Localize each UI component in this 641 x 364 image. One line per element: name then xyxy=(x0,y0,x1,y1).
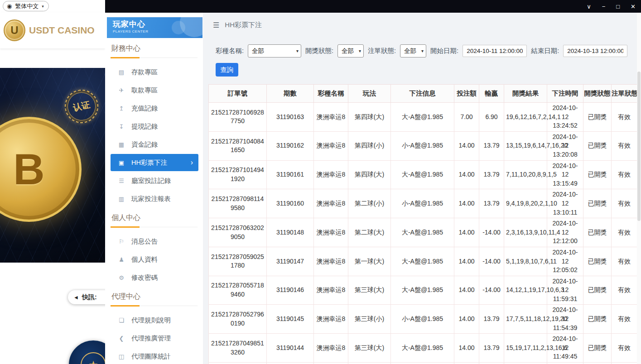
menu-toggle-icon[interactable]: ☰ xyxy=(213,21,219,29)
sidebar-item-profile[interactable]: ♟個人資料 xyxy=(111,251,198,268)
search-button[interactable]: 查詢 xyxy=(216,63,238,77)
window-minimize-button[interactable]: − xyxy=(602,4,606,10)
sidebar-item-hh-lottery-bets[interactable]: ▣HH彩票下注› xyxy=(111,154,198,171)
cell-bet-time: 2024-10-12 11:44:32 xyxy=(547,363,583,364)
table-row[interactable]: 215217287059025178031190147澳洲幸运8第一球(大)大-… xyxy=(209,247,637,276)
section-title: 個人中心 xyxy=(111,213,198,227)
brand-coin-letter: U xyxy=(10,24,18,37)
col-header-win-loss: 輸贏 xyxy=(479,85,504,103)
sidebar-item-withdraw-records[interactable]: ↧提現記錄 xyxy=(111,118,198,135)
table-row[interactable]: 215217287055718946031190146澳洲幸运8第三球(大)大-… xyxy=(209,276,637,305)
sidebar-nav: 財務中心▤存款專區✈取款專區↥充值記錄↧提現記錄▦資金記錄▣HH彩票下注›☰廳室… xyxy=(105,44,203,364)
table-row[interactable]: 215217287046720736031190143澳洲幸运8第三球(小)小-… xyxy=(209,363,637,364)
sidebar-item-label: 代理團隊統計 xyxy=(131,352,171,361)
user-icon: ♟ xyxy=(118,256,125,263)
table-row[interactable]: 215217287052796019031190145澳洲幸运8第三球(小)小-… xyxy=(209,305,637,334)
service-emblem-icon: ★ xyxy=(81,352,106,364)
cell-period: 31190161 xyxy=(267,160,314,189)
table-row[interactable]: 215217287098114958031190160澳洲幸运8第二球(小)小-… xyxy=(209,189,637,218)
start-date-input[interactable] xyxy=(463,45,527,57)
cell-draw-result: 17,7,5,11,18,12,19,20 xyxy=(504,305,547,334)
sidebar-item-room-bet-records[interactable]: ☰廳室投註記錄 xyxy=(111,172,198,189)
brand-logo[interactable]: U USDT CASINO xyxy=(0,12,105,48)
sidebar-item-agent-promotion[interactable]: ❮代理推廣管理 xyxy=(111,330,198,347)
col-header-draw-result: 開獎結果 xyxy=(504,85,547,103)
window-collapse-button[interactable]: ∨ xyxy=(587,4,591,10)
sidebar-item-agent-team-stats[interactable]: ◫代理團隊統計 xyxy=(111,348,198,364)
cell-draw-status: 已開獎 xyxy=(583,189,612,218)
cell-period: 31190144 xyxy=(267,334,314,363)
sidebar-item-label: 代理規則說明 xyxy=(131,316,171,325)
cell-order-no: 2152172870498513260 xyxy=(209,334,267,363)
bets-table-wrap: 訂單號期數彩種名稱玩法下注信息投注額輸贏開獎結果下注時間開獎狀態注單狀態2152… xyxy=(208,84,637,364)
bitcoin-symbol: B xyxy=(13,144,44,194)
cell-lottery-name: 澳洲幸运8 xyxy=(314,363,348,364)
cell-draw-result: 14,12,1,19,17,10,6,3 xyxy=(504,276,547,305)
content-header: ☰ HH彩票下注 xyxy=(203,13,641,37)
cell-draw-result: 19,6,12,16,7,2,14,1 xyxy=(504,103,547,132)
cell-order-no: 2152172870981149580 xyxy=(209,189,267,218)
cell-bet-amount: 14.00 xyxy=(454,305,479,334)
recharge-records-icon: ↥ xyxy=(118,105,125,112)
cell-order-status: 有效 xyxy=(612,131,637,160)
cell-draw-status: 已開獎 xyxy=(583,218,612,247)
window-maximize-button[interactable]: □ xyxy=(616,4,620,10)
end-date-input[interactable] xyxy=(563,45,627,57)
cell-win-loss: -14.00 xyxy=(479,276,504,305)
scrollbar-thumb[interactable] xyxy=(637,72,641,221)
vertical-scrollbar[interactable] xyxy=(637,13,641,364)
gear-icon: ⚙ xyxy=(118,274,125,281)
sidebar-item-messages[interactable]: ⚐消息公告 xyxy=(111,233,198,250)
window-close-button[interactable]: ✕ xyxy=(631,4,636,10)
sidebar-item-label: 廳室投註記錄 xyxy=(131,177,171,185)
cell-bet-amount: 14.00 xyxy=(454,131,479,160)
window-controls: ∨ − □ ✕ xyxy=(587,0,636,13)
table-row[interactable]: 215217287104084165031190162澳洲幸运8第四球(小)小-… xyxy=(209,131,637,160)
table-row[interactable]: 215217287049851326031190144澳洲幸运8第三球(大)大-… xyxy=(209,334,637,363)
sidebar-item-label: 修改密碼 xyxy=(131,273,158,282)
cell-lottery-name: 澳洲幸运8 xyxy=(314,131,348,160)
sidebar-item-player-bet-report[interactable]: ▥玩家投注報表 xyxy=(111,190,198,207)
sidebar-item-label: 代理推廣管理 xyxy=(131,334,171,343)
cell-order-no: 2152172870590251780 xyxy=(209,247,267,276)
cell-period: 31190162 xyxy=(267,131,314,160)
certified-badge: 认证 xyxy=(62,86,101,126)
table-row[interactable]: 215217287063202905031190148澳洲幸运8第二球(大)大-… xyxy=(209,218,637,247)
draw-status-select-wrap: 全部 ▾ xyxy=(337,44,364,57)
cell-bet-amount: 14.00 xyxy=(454,160,479,189)
sidebar-item-deposit[interactable]: ▤存款專區 xyxy=(111,63,198,81)
share-icon: ❮ xyxy=(118,335,125,342)
cell-play-type: 第三球(大) xyxy=(348,276,391,305)
col-header-bet-info: 下注信息 xyxy=(391,85,454,103)
table-row[interactable]: 215217287106928775031190163澳洲幸运8第四球(大)大-… xyxy=(209,103,637,132)
draw-status-select[interactable]: 全部 xyxy=(337,44,364,57)
bitcoin-coin-graphic: B xyxy=(0,117,82,222)
language-selector[interactable]: ◉ 繁体中文 ▾ xyxy=(3,1,49,11)
section-title: 代理中心 xyxy=(111,292,198,306)
cell-lottery-name: 澳洲幸运8 xyxy=(314,247,348,276)
sidebar-subtitle: PLAYERS CENTER xyxy=(107,29,202,34)
sidebar-item-change-password[interactable]: ⚙修改密碼 xyxy=(111,269,198,286)
cell-draw-result: 2,3,16,13,9,10,11,4 xyxy=(504,218,547,247)
lottery-name-select[interactable]: 全部 xyxy=(248,44,301,57)
table-row[interactable]: 215217287101494192031190161澳洲幸运8第四球(大)大-… xyxy=(209,160,637,189)
order-status-select[interactable]: 全部 xyxy=(400,44,426,57)
end-date-label: 結束日期: xyxy=(531,47,559,55)
sidebar-item-label: 提現記錄 xyxy=(131,122,158,131)
sidebar-item-recharge-records[interactable]: ↥充值記錄 xyxy=(111,100,198,117)
sidebar-item-label: 資金記錄 xyxy=(131,140,158,149)
cell-bet-info: 大-A盤@1.985 xyxy=(391,160,454,189)
cell-bet-info: 小-A盤@1.985 xyxy=(391,131,454,160)
brand-name: USDT CASINO xyxy=(29,25,95,36)
chevron-right-icon: › xyxy=(191,158,198,167)
cell-bet-amount: 14.00 xyxy=(454,247,479,276)
sidebar-item-label: 玩家投注報表 xyxy=(131,195,171,203)
sidebar-item-agent-rules[interactable]: ❏代理規則說明 xyxy=(111,311,198,329)
sidebar-item-funds-records[interactable]: ▦資金記錄 xyxy=(111,136,198,153)
cell-play-type: 第二球(大) xyxy=(348,218,391,247)
cell-lottery-name: 澳洲幸运8 xyxy=(314,334,348,363)
cell-bet-amount: 7.00 xyxy=(454,103,479,132)
cell-order-status: 有效 xyxy=(612,218,637,247)
cell-lottery-name: 澳洲幸运8 xyxy=(314,160,348,189)
sidebar-item-withdraw[interactable]: ✈取款專區 xyxy=(111,81,198,99)
